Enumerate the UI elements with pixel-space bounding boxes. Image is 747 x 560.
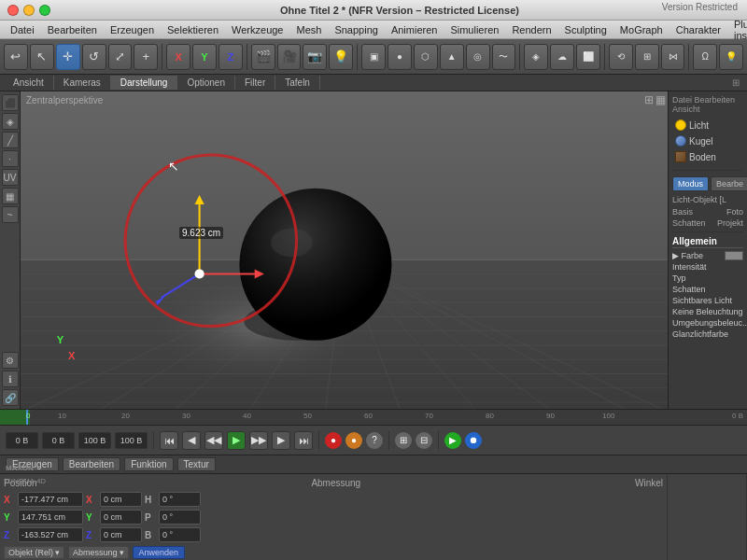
coord-x-abm[interactable]: 0 cm — [100, 492, 142, 507]
menu-selektieren[interactable]: Selektieren — [162, 22, 224, 37]
transport-play-green[interactable]: ▶ — [444, 432, 461, 449]
bottom-textur[interactable]: Textur — [177, 457, 216, 471]
tool-materials[interactable]: ◈ — [524, 44, 548, 70]
tool-deform[interactable]: ⟲ — [609, 44, 633, 70]
transport-motion1[interactable]: ⊞ — [395, 432, 412, 449]
menu-bearbeiten[interactable]: Bearbeiten — [42, 22, 103, 37]
tool-cube[interactable]: ▣ — [361, 44, 386, 70]
prop-tab-modus[interactable]: Modus — [672, 176, 709, 191]
tool-snap[interactable]: 🔗 — [2, 389, 19, 406]
tool-render2[interactable]: 🎥 — [277, 44, 302, 70]
viewport-3d[interactable]: Zentralperspektive — [21, 91, 668, 409]
tool-sphere[interactable]: ● — [388, 44, 412, 70]
object-item-kugel[interactable]: Kugel — [672, 133, 743, 148]
tool-add[interactable]: + — [134, 44, 158, 70]
prop-tab-bearbe[interactable]: Bearbe — [711, 176, 747, 191]
tool-sculpt2[interactable]: ~ — [2, 206, 19, 223]
tool-cylinder[interactable]: ⬡ — [414, 44, 438, 70]
transport-record-blue[interactable]: ⏺ — [465, 432, 482, 449]
tab-darstellung[interactable]: Darstellung — [111, 76, 178, 90]
menu-mograph[interactable]: MoGraph — [614, 22, 669, 37]
transport-rewind[interactable]: ◀◀ — [204, 431, 223, 450]
tool-x-axis[interactable]: X — [166, 44, 190, 70]
farbe-swatch[interactable] — [725, 251, 743, 260]
farbe-row[interactable]: ▶ Farbe — [672, 251, 743, 260]
menu-werkzeuge[interactable]: Werkzeuge — [226, 22, 289, 37]
tab-optionen[interactable]: Optionen — [177, 76, 235, 90]
tool-sky[interactable]: ☁ — [550, 44, 574, 70]
tool-light[interactable]: 💡 — [329, 44, 353, 70]
transport-to-start[interactable]: ⏮ — [160, 431, 178, 450]
menu-rendern[interactable]: Rendern — [506, 22, 557, 37]
transport-motion2[interactable]: ⊟ — [416, 432, 432, 449]
transport-record[interactable]: ● — [325, 432, 342, 449]
tool-info[interactable]: ℹ — [2, 371, 19, 387]
transport-prev-frame[interactable]: ◀ — [182, 431, 201, 450]
tool-xpresso[interactable]: Ω — [693, 44, 717, 70]
tool-torus[interactable]: ◎ — [466, 44, 490, 70]
tab-filter[interactable]: Filter — [235, 76, 275, 90]
bottom-funktion[interactable]: Funktion — [124, 457, 173, 471]
tool-select[interactable]: ↖ — [30, 44, 54, 70]
field-fps[interactable]: 100 B — [115, 432, 148, 449]
menu-mesh[interactable]: Mesh — [290, 22, 327, 37]
tool-rotate[interactable]: ↺ — [82, 44, 106, 70]
coord-p[interactable]: 0 ° — [159, 510, 201, 525]
tool-cone[interactable]: ▲ — [440, 44, 464, 70]
viewport-icon-2[interactable]: ▦ — [655, 93, 666, 106]
tool-render[interactable]: 🎬 — [251, 44, 275, 70]
coord-objekt-dropdown[interactable]: Objekt (Rel) ▾ — [4, 546, 64, 559]
tool-edge[interactable]: ╱ — [2, 132, 19, 148]
tool-move[interactable]: ✛ — [56, 44, 80, 70]
coord-h[interactable]: 0 ° — [159, 492, 201, 507]
coord-b[interactable]: 0 ° — [159, 527, 201, 542]
field-start[interactable]: 0 B — [6, 432, 38, 449]
tool-spline[interactable]: 〜 — [492, 44, 516, 70]
tool-texture[interactable]: ▦ — [2, 188, 19, 204]
tool-point[interactable]: · — [2, 150, 19, 167]
transport-next-frame[interactable]: ▶ — [272, 431, 290, 450]
viewport-resize-btn[interactable]: ⊞ — [728, 77, 743, 88]
coord-y-abm[interactable]: 0 cm — [100, 510, 142, 525]
transport-forward[interactable]: ▶▶ — [249, 431, 268, 450]
coord-x-pos[interactable]: -177.477 cm — [18, 492, 83, 507]
field-current[interactable]: 0 B — [42, 432, 75, 449]
tool-uv[interactable]: UV — [2, 169, 19, 186]
menu-charakter[interactable]: Charakter — [670, 22, 726, 37]
tool-light2[interactable]: 💡 — [719, 44, 743, 70]
tool-y-axis[interactable]: Y — [192, 44, 217, 70]
object-item-licht[interactable]: Licht — [672, 118, 743, 133]
coord-z-pos[interactable]: -163.527 cm — [18, 527, 83, 542]
tab-kameras[interactable]: Kameras — [54, 76, 111, 90]
tab-ansicht[interactable]: Ansicht — [4, 76, 54, 90]
tool-z-axis[interactable]: Z — [218, 44, 243, 70]
coord-anwenden-btn[interactable]: Anwenden — [133, 546, 186, 559]
tool-floor[interactable]: ⬜ — [576, 44, 600, 70]
menu-erzeugen[interactable]: Erzeugen — [105, 22, 160, 37]
tool-effector[interactable]: ⋈ — [661, 44, 685, 70]
menu-animieren[interactable]: Animieren — [386, 22, 444, 37]
tool-camera[interactable]: 📷 — [303, 44, 327, 70]
close-button[interactable] — [7, 5, 19, 16]
transport-auto[interactable]: ? — [366, 432, 383, 449]
transport-record-keyframe[interactable]: ● — [345, 432, 362, 449]
menu-sculpting[interactable]: Sculpting — [559, 22, 613, 37]
tool-objects[interactable]: ⬛ — [2, 94, 19, 111]
minimize-button[interactable] — [23, 5, 35, 16]
maximize-button[interactable] — [39, 5, 50, 16]
bottom-bearbeiten[interactable]: Bearbeiten — [63, 457, 120, 471]
tool-poly[interactable]: ◈ — [2, 113, 19, 130]
transport-to-end[interactable]: ⏭ — [294, 431, 313, 450]
tab-tafeln[interactable]: Tafeln — [275, 76, 320, 90]
menu-datei[interactable]: Datei — [5, 22, 40, 37]
tool-scale[interactable]: ⤢ — [108, 44, 133, 70]
timeline[interactable]: 0 10 20 30 40 50 60 70 80 90 100 0 B — [0, 409, 747, 426]
tool-undo[interactable]: ↩ — [4, 44, 28, 70]
object-item-boden[interactable]: Boden — [672, 149, 743, 164]
transport-play[interactable]: ▶ — [227, 431, 246, 450]
viewport-icon-1[interactable]: ⊞ — [644, 93, 654, 106]
coord-abmessung-dropdown[interactable]: Abmessung ▾ — [68, 546, 129, 559]
coord-y-pos[interactable]: 147.751 cm — [18, 510, 83, 525]
coord-z-abm[interactable]: 0 cm — [100, 527, 142, 542]
tool-settings[interactable]: ⚙ — [2, 352, 19, 369]
